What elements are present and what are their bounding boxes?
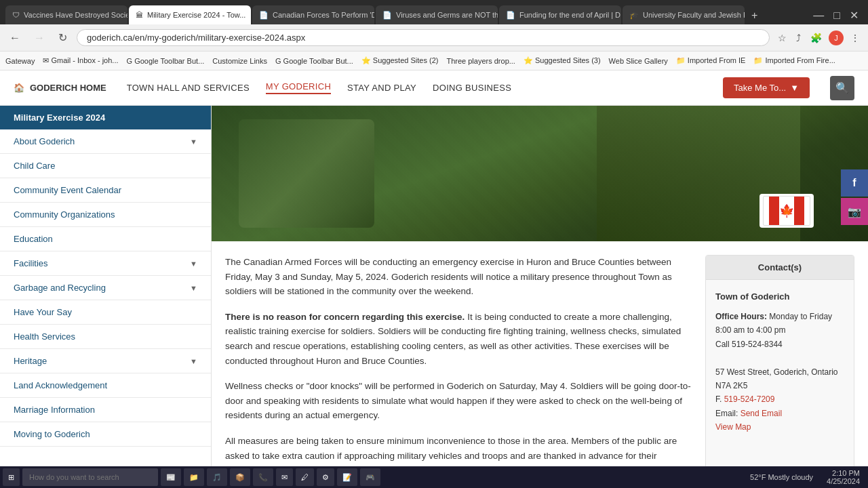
sidebar-item-marriage-info[interactable]: Marriage Information <box>0 398 211 422</box>
tab-2-label: Military Exercise 2024 - Tow... <box>147 11 245 19</box>
taskbar-phone-icon[interactable]: 📞 <box>253 468 273 486</box>
sidebar: Military Exercise 2024 About Goderich ▼ … <box>0 106 212 468</box>
sidebar-section-moving: Moving to Goderich <box>0 422 211 447</box>
address-bar[interactable] <box>77 29 770 46</box>
instagram-button[interactable]: 📷 <box>841 198 868 225</box>
contact-box-title: Contact(s) <box>706 256 854 280</box>
sidebar-item-have-your-say[interactable]: Have Your Say <box>0 300 211 324</box>
sidebar-item-garbage[interactable]: Garbage and Recycling ▼ <box>0 276 211 300</box>
minimize-button[interactable]: — <box>809 7 828 24</box>
sidebar-item-health-label: Health Services <box>14 331 75 342</box>
bookmark-suggested2[interactable]: ⭐ Suggested Sites (3) <box>524 56 601 65</box>
take-me-button[interactable]: Take Me To... ▼ <box>723 77 810 98</box>
search-button[interactable]: 🔍 <box>830 76 854 100</box>
contact-email-label: Email: <box>715 409 738 418</box>
nav-doing-business[interactable]: DOING BUSINESS <box>433 83 511 93</box>
sidebar-section-garbage: Garbage and Recycling ▼ <box>0 276 211 300</box>
profile-icon[interactable]: J <box>829 30 844 45</box>
tab-2[interactable]: 🏛 Military Exercise 2024 - Tow... ✕ <box>129 5 251 24</box>
sidebar-item-community-event[interactable]: Community Event Calendar <box>0 178 211 202</box>
forward-button[interactable]: → <box>30 29 49 47</box>
tab-6[interactable]: 🎓 University Faculty and Jewish Ra... ✕ <box>623 5 745 24</box>
home-icon: 🏠 <box>14 83 24 93</box>
browser-toolbar: ← → ↻ ☆ ⤴ 🧩 J ⋮ <box>0 24 868 52</box>
tab-4-favicon: 📄 <box>382 11 392 20</box>
sidebar-section-education: Education <box>0 227 211 251</box>
article-bold-phrase: There is no reason for concern regarding… <box>225 312 465 322</box>
settings-icon[interactable]: ⋮ <box>848 30 863 46</box>
maximize-button[interactable]: □ <box>829 7 844 24</box>
sidebar-item-heritage[interactable]: Heritage ▼ <box>0 349 211 373</box>
bookmark-customize[interactable]: Customize Links <box>212 57 267 65</box>
tab-1[interactable]: 🛡 Vaccines Have Destroyed Society... ✕ <box>5 5 127 24</box>
contact-box-content: Town of Goderich Office Hours: Monday to… <box>706 280 854 444</box>
sidebar-section-heritage: Heritage ▼ <box>0 349 211 373</box>
bookmark-suggested1[interactable]: ⭐ Suggested Sites (2) <box>361 56 439 65</box>
contact-phone-number: 519-524-8344 <box>732 340 783 349</box>
contact-box: Contact(s) Town of Goderich Office Hours… <box>705 255 854 468</box>
contact-hours-time: 8:00 am to 4:00 pm <box>715 323 844 337</box>
sidebar-item-community-orgs[interactable]: Community Organizations <box>0 203 211 226</box>
bookmark-star-icon[interactable]: ☆ <box>775 30 789 46</box>
taskbar-fileexplorer-icon[interactable]: 📁 <box>184 468 204 486</box>
tab-5-favicon: 📄 <box>506 11 515 20</box>
taskbar-settings-icon[interactable]: ⚙ <box>317 468 334 486</box>
bookmark-gmail[interactable]: ✉ Gmail - Inbox - joh... <box>43 56 118 65</box>
sidebar-section-land-ack: Land Acknowledgement <box>0 373 211 398</box>
contact-send-email-link[interactable]: Send Email <box>741 409 782 418</box>
tab-4[interactable]: 📄 Viruses and Germs are NOT the ... ✕ <box>376 5 498 24</box>
sidebar-item-facilities[interactable]: Facilities ▼ <box>0 251 211 275</box>
bookmark-gateway[interactable]: Gateway <box>5 57 35 65</box>
taskbar-search[interactable] <box>22 468 158 486</box>
bookmark-firefox[interactable]: 📁 Imported From Fire... <box>753 56 835 65</box>
bookmark-ie[interactable]: 📁 Imported From IE <box>676 56 746 65</box>
contact-view-map-link[interactable]: View Map <box>715 422 751 432</box>
bookmark-google2[interactable]: G Google Toolbar But... <box>275 57 353 65</box>
main-nav: TOWN HALL AND SERVICES MY GODERICH STAY … <box>127 81 703 94</box>
tab-3-label: Canadian Forces To Perform 'Do... <box>273 11 374 19</box>
nav-my-goderich[interactable]: MY GODERICH <box>266 81 331 94</box>
article-paragraph-3: Wellness checks or "door knocks" will be… <box>225 379 692 423</box>
toolbar-icons: ☆ ⤴ 🧩 J ⋮ <box>775 30 863 46</box>
site-logo[interactable]: 🏠 GODERICH HOME <box>14 83 106 93</box>
nav-town-hall[interactable]: TOWN HALL AND SERVICES <box>127 83 250 93</box>
taskbar-news-icon[interactable]: 📰 <box>161 468 181 486</box>
refresh-button[interactable]: ↻ <box>54 28 71 47</box>
tab-3[interactable]: 📄 Canadian Forces To Perform 'Do... ✕ <box>252 5 374 24</box>
share-icon[interactable]: ⤴ <box>793 30 804 46</box>
tab-5[interactable]: 📄 Funding for the end of April | D... ✕ <box>499 5 621 24</box>
taskbar-email-icon[interactable]: ✉ <box>276 468 293 486</box>
sidebar-item-moving[interactable]: Moving to Goderich <box>0 422 211 446</box>
taskbar-music-icon[interactable]: 🎵 <box>207 468 227 486</box>
bookmark-three-players[interactable]: Three players drop... <box>446 57 515 65</box>
taskbar-games-icon[interactable]: 🎮 <box>360 468 380 486</box>
sidebar-item-about-goderich[interactable]: About Goderich ▼ <box>0 129 211 153</box>
main-layout: Military Exercise 2024 About Goderich ▼ … <box>0 106 868 468</box>
facebook-button[interactable]: f <box>841 169 868 197</box>
sidebar-item-child-care[interactable]: Child Care <box>0 154 211 178</box>
back-button[interactable]: ← <box>5 29 24 47</box>
start-button[interactable]: ⊞ <box>3 468 20 486</box>
sidebar-item-land-acknowledgement[interactable]: Land Acknowledgement <box>0 373 211 397</box>
extensions-icon[interactable]: 🧩 <box>808 30 825 46</box>
close-window-button[interactable]: ✕ <box>846 6 863 24</box>
sidebar-item-health-services[interactable]: Health Services <box>0 325 211 348</box>
sidebar-item-education[interactable]: Education <box>0 227 211 251</box>
taskbar-word-icon[interactable]: 📝 <box>337 468 357 486</box>
contact-phone-label: Call <box>715 340 730 349</box>
taskbar-packages-icon[interactable]: 📦 <box>230 468 250 486</box>
take-me-label: Take Me To... <box>734 83 786 93</box>
contact-email: Email: Send Email <box>715 407 844 420</box>
tab-5-label: Funding for the end of April | D... <box>519 11 621 19</box>
article-main: The Canadian Armed Forces will be conduc… <box>225 255 692 468</box>
contact-view-map: View Map <box>715 420 844 434</box>
sidebar-item-marriage-label: Marriage Information <box>14 405 95 415</box>
bookmark-web-slice[interactable]: Web Slice Gallery <box>609 57 668 65</box>
bookmark-google1[interactable]: G Google Toolbar But... <box>127 57 205 65</box>
new-tab-button[interactable]: + <box>746 7 763 24</box>
contact-fax-number[interactable]: 519-524-7209 <box>724 394 775 404</box>
taskbar-pen-icon[interactable]: 🖊 <box>296 468 314 486</box>
nav-stay-play[interactable]: STAY AND PLAY <box>347 83 416 93</box>
sidebar-item-education-label: Education <box>14 234 53 244</box>
sidebar-active-item[interactable]: Military Exercise 2024 <box>0 106 211 129</box>
